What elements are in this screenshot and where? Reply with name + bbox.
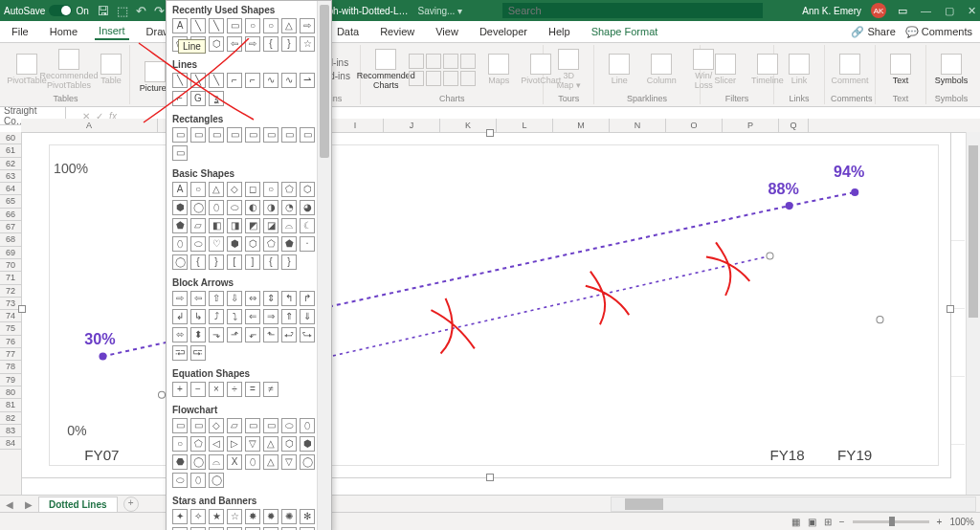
link-button[interactable]: Link	[780, 52, 818, 87]
view-normal-icon[interactable]: ▦	[791, 517, 800, 527]
sheet-nav-prev-icon[interactable]: ◀	[0, 499, 19, 510]
zoom-in-icon[interactable]: +	[937, 517, 943, 527]
saving-status[interactable]: Saving... ▾	[417, 6, 462, 16]
ribbon-display-icon[interactable]: ▭	[898, 5, 907, 17]
col-header[interactable]: M	[553, 119, 610, 132]
svg-point-8	[877, 317, 883, 323]
col-header[interactable]: A	[21, 119, 158, 132]
3d-map-button[interactable]: 3D Map ▾	[549, 47, 588, 92]
touch-mode-icon[interactable]: ⬚	[117, 4, 128, 18]
row-header[interactable]: 65	[0, 195, 21, 208]
shapes-dropdown[interactable]: Recently Used Shapes A╲╲▭○○△⇨⬠△⬡⇦⇨{}☆ Li…	[166, 0, 332, 530]
close-icon[interactable]: ✕	[968, 5, 976, 17]
row-header[interactable]: 83	[0, 425, 21, 437]
row-header[interactable]: 64	[0, 183, 21, 195]
group-filters: Slicer Timeline Filters	[702, 45, 774, 104]
datalabel-94: 94%	[834, 163, 864, 180]
group-sparklines: Line Column Win/ Loss Sparklines	[596, 45, 701, 104]
user-name[interactable]: Ann K. Emery	[802, 6, 861, 16]
avatar[interactable]: AK	[871, 3, 886, 18]
save-icon[interactable]: 🖫	[97, 4, 109, 18]
row-header[interactable]: 70	[0, 259, 21, 272]
chart-object[interactable]: 100% 0% FY07 FY18 FY19 30% 88% 94%	[21, 132, 951, 478]
col-header[interactable]: I	[327, 119, 384, 132]
shapes-tooltip: Line	[178, 39, 206, 54]
row-header[interactable]: 72	[0, 285, 21, 298]
tab-data[interactable]: Data	[333, 24, 363, 39]
zoom-out-icon[interactable]: −	[839, 517, 845, 527]
text-button[interactable]: Text	[881, 52, 920, 87]
table-button[interactable]: Table	[92, 52, 130, 87]
row-header[interactable]: 78	[0, 361, 21, 373]
row-header[interactable]: 61	[0, 144, 21, 157]
row-header[interactable]: 63	[0, 170, 21, 183]
recommended-pivot-button[interactable]: Recommended PivotTables	[50, 47, 88, 92]
group-tours: 3D Map ▾ Tours	[546, 45, 594, 104]
minimize-icon[interactable]: —	[921, 5, 931, 17]
tab-help[interactable]: Help	[545, 24, 574, 39]
row-header[interactable]: 68	[0, 233, 21, 246]
maximize-icon[interactable]: ▢	[945, 5, 954, 17]
col-header[interactable]: Q	[779, 119, 809, 132]
zoom-slider[interactable]	[853, 520, 929, 523]
svg-line-1	[790, 192, 856, 206]
svg-point-6	[158, 391, 165, 398]
tab-insert[interactable]: Insert	[95, 23, 129, 40]
view-break-icon[interactable]: ⊞	[824, 517, 832, 527]
row-header[interactable]: 66	[0, 209, 21, 221]
row-headers[interactable]: 6061626364656667686970717273747576777879…	[0, 132, 22, 496]
comment-button[interactable]: Comment	[831, 52, 869, 87]
tab-review[interactable]: Review	[376, 24, 418, 39]
tab-file[interactable]: File	[8, 24, 33, 39]
autosave-toggle[interactable]: AutoSave On	[4, 5, 89, 16]
shapes-scrollbar[interactable]	[317, 1, 331, 530]
sheet-nav-next-icon[interactable]: ▶	[19, 499, 38, 510]
tab-developer[interactable]: Developer	[476, 24, 531, 39]
col-header[interactable]: J	[384, 119, 440, 132]
xtick-fy18: FY18	[769, 447, 804, 463]
redo-icon[interactable]: ↷	[154, 4, 165, 18]
autosave-switch-icon[interactable]	[49, 5, 72, 16]
ribbon: PivotTable Recommended PivotTables Table…	[0, 43, 980, 107]
vertical-scrollbar[interactable]	[966, 132, 980, 496]
row-header[interactable]: 76	[0, 336, 21, 348]
comments-button[interactable]: 💬 Comments	[905, 26, 972, 38]
row-header[interactable]: 80	[0, 386, 21, 399]
tab-view[interactable]: View	[432, 24, 462, 39]
row-header[interactable]: 79	[0, 374, 21, 386]
symbols-button[interactable]: Symbols	[932, 52, 970, 87]
tab-home[interactable]: Home	[46, 24, 81, 39]
new-sheet-button[interactable]: +	[123, 497, 139, 512]
slicer-button[interactable]: Slicer	[706, 52, 745, 87]
sparkline-line-button[interactable]: Line	[600, 52, 638, 87]
row-header[interactable]: 75	[0, 322, 21, 335]
row-header[interactable]: 71	[0, 272, 21, 284]
horizontal-scrollbar[interactable]	[611, 497, 976, 512]
sheet-tab-active[interactable]: Dotted Lines	[38, 497, 118, 512]
undo-icon[interactable]: ↶	[136, 4, 146, 18]
tab-shape-format[interactable]: Shape Format	[588, 24, 662, 39]
col-header[interactable]: N	[610, 119, 666, 132]
chart-type-grid[interactable]	[409, 54, 476, 86]
sparkline-column-button[interactable]: Column	[642, 52, 680, 87]
recommended-charts-button[interactable]: Recommended Charts	[367, 47, 405, 92]
svg-point-7	[767, 253, 773, 259]
zoom-level[interactable]: 100%	[949, 517, 974, 527]
row-header[interactable]: 62	[0, 158, 21, 170]
row-header[interactable]: 84	[0, 437, 21, 450]
col-header[interactable]: P	[723, 119, 779, 132]
row-header[interactable]: 60	[0, 132, 21, 144]
view-page-icon[interactable]: ▣	[808, 517, 816, 527]
row-header[interactable]: 67	[0, 221, 21, 233]
status-bar: ▦ ▣ ⊞ − + 100%	[0, 512, 980, 530]
search-input[interactable]	[502, 3, 763, 18]
group-charts: Recommended Charts Maps PivotChart Chart…	[363, 45, 544, 104]
row-header[interactable]: 81	[0, 399, 21, 411]
maps-button[interactable]: Maps	[479, 52, 518, 87]
col-header[interactable]: L	[497, 119, 553, 132]
row-header[interactable]: 77	[0, 348, 21, 361]
row-header[interactable]: 69	[0, 247, 21, 259]
row-header[interactable]: 82	[0, 412, 21, 425]
share-button[interactable]: 🔗 Share	[851, 26, 895, 38]
col-header[interactable]: O	[666, 119, 723, 132]
